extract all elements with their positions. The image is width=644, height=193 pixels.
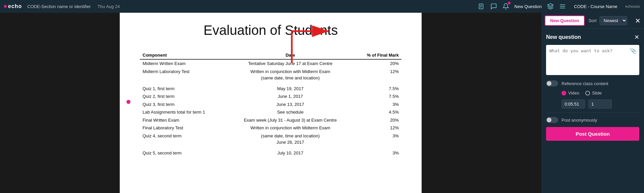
right-panel: New Question Sort Newest Oldest Popular … — [541, 13, 644, 193]
main-area: Evaluation of Students Component Date % … — [0, 13, 644, 193]
slide-radio-button[interactable] — [585, 91, 590, 95]
table-row: Lab Assignments total for term 1 See sch… — [140, 108, 401, 116]
evaluation-table: Component Date % of Final Mark Midterm W… — [140, 51, 401, 157]
reference-toggle[interactable] — [546, 80, 558, 86]
cell-mark: 7.5% — [354, 92, 401, 101]
cell-date: Tentative Saturday June 17 at Exam Centr… — [227, 59, 353, 68]
anon-label: Post anonymously — [561, 118, 597, 123]
cell-component: Midterm Written Exam — [140, 59, 227, 68]
cell-component: Quiz 3, first term — [140, 101, 227, 109]
anon-toggle-row: Post anonymously — [546, 117, 639, 123]
table-row: Final Laboratory Test Written in conjunc… — [140, 124, 401, 132]
echo-sign: echosxio — [626, 4, 640, 8]
cell-component: Quiz 4, second term — [140, 132, 227, 146]
new-question-form: New question ✕ 📎 Reference class content — [541, 29, 644, 193]
nq-close-button[interactable]: ✕ — [634, 34, 639, 41]
table-row: Quiz 3, first term June 13, 2017 3% — [140, 101, 401, 109]
svg-marker-4 — [548, 4, 553, 6]
panel-new-question-button[interactable]: New Question — [545, 15, 585, 26]
cell-mark: 3% — [354, 101, 401, 109]
nq-textarea-wrap: 📎 — [546, 45, 639, 76]
slide-radio-item: Slide — [585, 90, 602, 95]
slide-content: Evaluation of Students Component Date % … — [120, 13, 422, 193]
topbar-new-question-button[interactable]: New Question — [515, 4, 542, 9]
topbar-icons: New Question CODE - Course Name echosxio — [478, 3, 640, 10]
table-row — [140, 146, 401, 149]
nq-header: New question ✕ — [546, 34, 639, 41]
anon-toggle[interactable] — [546, 117, 558, 123]
logo: echo — [4, 3, 22, 9]
cell-mark: 20% — [354, 59, 401, 68]
post-question-button[interactable]: Post Question — [546, 127, 639, 141]
video-label: Video — [568, 90, 579, 95]
cell-mark: 12% — [354, 68, 401, 82]
cell-mark: 7.5% — [354, 85, 401, 93]
slide-label: Slide — [592, 90, 602, 95]
cell-date: June 13, 2017 — [227, 101, 353, 109]
nq-title: New question — [546, 34, 581, 40]
logo-dot — [4, 5, 7, 8]
cell-component: Final Laboratory Test — [140, 124, 227, 132]
cell-component: Quiz 5, second term — [140, 149, 227, 157]
cell-mark: 20% — [354, 116, 401, 124]
question-textarea[interactable] — [546, 45, 639, 75]
sort-label: Sort — [589, 18, 597, 23]
time-inputs-row — [546, 100, 639, 109]
top-navigation-bar: echo CODE-Section name or identifier Thu… — [0, 0, 644, 13]
cell-mark: 3% — [354, 132, 401, 146]
cell-component: Midterm Laboratory Test — [140, 68, 227, 82]
sort-select[interactable]: Newest Oldest Popular — [599, 16, 627, 25]
cell-component: Lab Assignments total for term 1 — [140, 108, 227, 116]
cell-date: Exam week (July 31 - August 3) at Exam C… — [227, 116, 353, 124]
slide-red-dot — [126, 100, 130, 104]
cell-date: July 10, 2017 — [227, 149, 353, 157]
table-row: Midterm Written Exam Tentative Saturday … — [140, 59, 401, 68]
media-type-row: Video Slide — [546, 90, 639, 95]
chat-icon[interactable] — [490, 3, 497, 10]
cell-date: Written in conjunction with Midterm Exam… — [227, 68, 353, 82]
col-date: Date — [227, 51, 353, 59]
cell-component: Final Written Exam — [140, 116, 227, 124]
divider — [546, 113, 639, 113]
table-row: Quiz 5, second term July 10, 2017 3% — [140, 149, 401, 157]
slide-number-input[interactable] — [588, 100, 612, 109]
course-name: CODE - Course Name — [574, 4, 617, 9]
table-row: Midterm Laboratory Test Written in conju… — [140, 68, 401, 82]
cell-date: See schedule — [227, 108, 353, 116]
table-row — [140, 82, 401, 85]
document-icon[interactable] — [478, 3, 485, 10]
cell-date: Written in conjunction with Midterm Exam — [227, 124, 353, 132]
table-row: Quiz 1, first term May 19, 2017 7.5% — [140, 85, 401, 93]
slide-panel: Evaluation of Students Component Date % … — [0, 13, 541, 193]
cell-component: Quiz 2, first term — [140, 92, 227, 101]
cell-date: June 1, 2017 — [227, 92, 353, 101]
attach-icon: 📎 — [630, 48, 637, 54]
table-row: Quiz 4, second term (same date, time and… — [140, 132, 401, 146]
anon-toggle-thumb — [547, 118, 551, 122]
layers-icon[interactable] — [547, 3, 554, 10]
cell-component: Quiz 1, first term — [140, 85, 227, 93]
right-topbar: New Question Sort Newest Oldest Popular … — [541, 13, 644, 29]
cell-mark: 3% — [354, 149, 401, 157]
list-icon[interactable] — [559, 3, 566, 10]
video-radio-button[interactable] — [561, 91, 566, 95]
video-radio-item: Video — [561, 90, 579, 95]
cell-date: May 19, 2017 — [227, 85, 353, 93]
video-time-input[interactable] — [561, 100, 585, 109]
panel-close-button[interactable]: ✕ — [635, 17, 641, 25]
col-component: Component — [140, 51, 227, 59]
add-question-icon[interactable] — [502, 3, 509, 10]
slide-title: Evaluation of Students — [140, 23, 401, 41]
date-label: Thu Aug 24 — [98, 4, 120, 9]
col-mark: % of Final Mark — [354, 51, 401, 59]
section-label: CODE-Section name or identifier — [27, 4, 91, 9]
cell-mark: 4.5% — [354, 108, 401, 116]
toggle-thumb — [547, 81, 551, 86]
logo-text: echo — [8, 3, 22, 9]
cell-date: (same date, time and location)June 26, 2… — [227, 132, 353, 146]
cell-mark: 12% — [354, 124, 401, 132]
table-row: Quiz 2, first term June 1, 2017 7.5% — [140, 92, 401, 101]
reference-toggle-row: Reference class content — [546, 80, 639, 86]
table-row: Final Written Exam Exam week (July 31 - … — [140, 116, 401, 124]
reference-label: Reference class content — [561, 81, 608, 86]
